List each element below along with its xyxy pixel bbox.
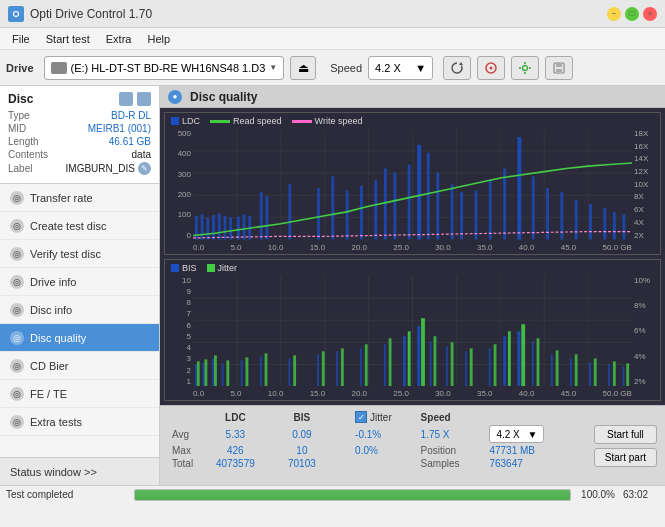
sidebar-item-disc-quality[interactable]: ◎ Disc quality xyxy=(0,324,159,352)
disc-quality-label: Disc quality xyxy=(30,332,86,344)
bottom-chart-x-axis: 0.0 5.0 10.0 15.0 20.0 25.0 30.0 35.0 40… xyxy=(193,389,632,398)
svg-rect-98 xyxy=(570,358,572,386)
speed-quality-chevron-icon: ▼ xyxy=(528,429,538,440)
svg-rect-46 xyxy=(417,145,421,240)
refresh-button[interactable] xyxy=(443,56,471,80)
svg-rect-114 xyxy=(421,318,425,386)
speed-quality-select[interactable]: 4.2 X ▼ xyxy=(489,425,544,443)
max-row-label: Max xyxy=(168,444,198,457)
sidebar-item-fe-te[interactable]: ◎ FE / TE xyxy=(0,380,159,408)
svg-rect-28 xyxy=(212,215,215,239)
sidebar-item-cd-bier[interactable]: ◎ CD Bier xyxy=(0,352,159,380)
svg-rect-59 xyxy=(589,204,592,240)
svg-rect-104 xyxy=(214,355,217,386)
content-header: ● Disc quality xyxy=(160,86,665,108)
fe-te-icon: ◎ xyxy=(10,387,24,401)
status-window-button[interactable]: Status window >> xyxy=(0,457,159,485)
maximize-button[interactable]: □ xyxy=(625,7,639,21)
avg-ldc: 5.33 xyxy=(198,424,273,444)
start-part-button[interactable]: Start part xyxy=(594,448,657,467)
svg-rect-107 xyxy=(265,353,268,386)
y-label-500: 500 xyxy=(167,129,191,138)
svg-rect-108 xyxy=(293,355,296,386)
svg-rect-109 xyxy=(322,351,325,386)
svg-rect-32 xyxy=(237,217,240,240)
start-full-button[interactable]: Start full xyxy=(594,425,657,444)
sidebar-item-verify-test-disc[interactable]: ◎ Verify test disc xyxy=(0,240,159,268)
svg-rect-82 xyxy=(260,356,262,386)
create-test-disc-label: Create test disc xyxy=(30,220,106,232)
content-area: ● Disc quality LDC Read speed xyxy=(160,86,665,485)
svg-rect-44 xyxy=(393,172,396,239)
menu-start-test[interactable]: Start test xyxy=(38,31,98,47)
charts-area: LDC Read speed Write speed 0 100 200 xyxy=(160,108,665,405)
sidebar-item-extra-tests[interactable]: ◎ Extra tests xyxy=(0,408,159,436)
jitter-checkbox[interactable]: ✓ xyxy=(355,411,367,423)
disc-refresh-icon[interactable] xyxy=(119,92,133,106)
create-test-disc-icon: ◎ xyxy=(10,219,24,233)
top-chart-plot xyxy=(193,129,632,240)
svg-rect-31 xyxy=(229,217,232,239)
svg-rect-62 xyxy=(622,214,625,239)
svg-rect-51 xyxy=(475,191,478,240)
jitter-legend-label: Jitter xyxy=(218,263,238,273)
disc-info-icon[interactable] xyxy=(137,92,151,106)
settings-button[interactable] xyxy=(511,56,539,80)
close-button[interactable]: × xyxy=(643,7,657,21)
bottom-chart-y-axis-right: 2% 4% 6% 8% 10% xyxy=(632,276,660,387)
bis-legend-label: BIS xyxy=(182,263,197,273)
max-jitter: 0.0% xyxy=(351,444,417,457)
svg-rect-111 xyxy=(365,344,368,386)
disc-quality-icon: ◎ xyxy=(10,331,24,345)
svg-rect-116 xyxy=(451,342,454,386)
y-label-200: 200 xyxy=(167,190,191,199)
sidebar-item-create-test-disc[interactable]: ◎ Create test disc xyxy=(0,212,159,240)
svg-rect-4 xyxy=(524,62,526,64)
svg-rect-125 xyxy=(613,361,616,386)
svg-rect-38 xyxy=(317,188,320,239)
avg-bis: 0.09 xyxy=(273,424,331,444)
sidebar-item-transfer-rate[interactable]: ◎ Transfer rate xyxy=(0,184,159,212)
sidebar-item-drive-info[interactable]: ◎ Drive info xyxy=(0,268,159,296)
label-edit-icon[interactable]: ✎ xyxy=(138,162,151,175)
minimize-button[interactable]: − xyxy=(607,7,621,21)
svg-rect-54 xyxy=(517,137,521,240)
menu-file[interactable]: File xyxy=(4,31,38,47)
speed-select[interactable]: 4.2 X ▼ xyxy=(368,56,433,80)
disc-scan-button[interactable] xyxy=(477,56,505,80)
svg-rect-41 xyxy=(360,186,363,240)
speed-label: Speed xyxy=(330,62,362,74)
y-label-100: 100 xyxy=(167,210,191,219)
samples-label: Samples xyxy=(417,457,486,470)
ldc-legend-label: LDC xyxy=(182,116,200,126)
drive-text: (E:) HL-DT-ST BD-RE WH16NS48 1.D3 xyxy=(71,62,266,74)
total-row-label: Total xyxy=(168,457,198,470)
window-controls: − □ × xyxy=(607,7,657,21)
eject-button[interactable]: ⏏ xyxy=(290,56,316,80)
drive-select[interactable]: (E:) HL-DT-ST BD-RE WH16NS48 1.D3 ▼ xyxy=(44,56,285,80)
save-button[interactable] xyxy=(545,56,573,80)
samples-value: 763647 xyxy=(485,457,577,470)
top-chart-y-axis: 0 100 200 300 400 500 xyxy=(165,129,193,240)
menu-extra[interactable]: Extra xyxy=(98,31,140,47)
svg-rect-7 xyxy=(529,67,531,69)
svg-rect-60 xyxy=(603,208,606,240)
avg-speed: 1.75 X xyxy=(417,424,486,444)
svg-marker-0 xyxy=(459,62,463,65)
bottom-chart: BIS Jitter 1 2 3 4 5 6 7 8 xyxy=(164,259,661,402)
menu-help[interactable]: Help xyxy=(139,31,178,47)
mid-value: MEIRB1 (001) xyxy=(88,123,151,134)
svg-rect-121 xyxy=(537,338,540,386)
ldc-legend-color xyxy=(171,117,179,125)
svg-rect-36 xyxy=(266,196,269,239)
jitter-check-label: Jitter xyxy=(370,412,392,423)
y-label-300: 300 xyxy=(167,170,191,179)
top-chart-legend: LDC Read speed Write speed xyxy=(171,116,362,126)
svg-rect-35 xyxy=(260,192,263,239)
sidebar-item-disc-info[interactable]: ◎ Disc info xyxy=(0,296,159,324)
progress-bar-fill xyxy=(135,490,570,500)
drive-label: Drive xyxy=(6,62,34,74)
fe-te-label: FE / TE xyxy=(30,388,67,400)
svg-rect-91 xyxy=(446,346,448,386)
top-chart-y-axis-right: 2X 4X 6X 8X 10X 12X 14X 16X 18X xyxy=(632,129,660,240)
